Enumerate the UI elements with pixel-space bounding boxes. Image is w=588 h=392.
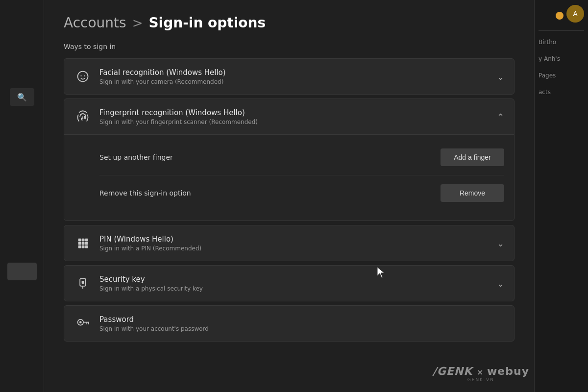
add-finger-label: Set up another finger <box>99 153 173 161</box>
pin-chevron-down-icon: ⌄ <box>497 238 504 248</box>
search-icon: 🔍 <box>17 93 27 102</box>
remove-signin-row: Remove this sign-in option Remove <box>99 175 504 211</box>
security-key-icon <box>74 274 92 292</box>
overlay-birthdate: Birtho <box>539 37 584 48</box>
password-icon <box>74 315 92 332</box>
password-card: Password Sign in with your account's pas… <box>64 305 514 342</box>
fingerprint-chevron-up-icon: ⌃ <box>497 112 504 122</box>
breadcrumb-separator: > <box>132 16 143 30</box>
overlay-contacts: acts <box>539 87 584 98</box>
section-label: Ways to sign in <box>64 43 514 50</box>
svg-rect-3 <box>78 239 81 242</box>
fingerprint-card: Fingerprint recognition (Windows Hello) … <box>64 98 514 221</box>
security-key-subtitle: Sign in with a physical security key <box>99 285 497 292</box>
page-header: Accounts > Sign-in options <box>64 15 514 31</box>
pin-icon <box>74 234 92 252</box>
facial-chevron-down-icon: ⌄ <box>497 72 504 82</box>
settings-sidebar: 🔍 <box>0 0 44 392</box>
svg-rect-7 <box>82 242 85 245</box>
watermark-main: /GENK × webuy <box>433 365 529 377</box>
password-text: Password Sign in with your account's pas… <box>99 315 504 332</box>
security-key-text: Security key Sign in with a physical sec… <box>99 275 497 292</box>
pin-header[interactable]: PIN (Windows Hello) Sign in with a PIN (… <box>64 225 514 261</box>
sidebar-search[interactable]: 🔍 <box>10 88 34 106</box>
pin-title: PIN (Windows Hello) <box>99 235 497 244</box>
fingerprint-subtitle: Sign in with your fingerprint scanner (R… <box>99 119 497 125</box>
svg-point-0 <box>78 72 88 82</box>
password-subtitle: Sign in with your account's password <box>99 325 504 332</box>
sidebar-item <box>7 263 37 280</box>
fingerprint-expanded-body: Set up another finger Add a finger Remov… <box>64 134 514 220</box>
svg-rect-6 <box>78 242 81 245</box>
security-key-chevron-down-icon: ⌄ <box>497 278 504 289</box>
fingerprint-header[interactable]: Fingerprint recognition (Windows Hello) … <box>64 99 514 134</box>
svg-point-1 <box>80 75 81 76</box>
page-title: Sign-in options <box>148 15 266 31</box>
svg-rect-8 <box>85 242 88 245</box>
breadcrumb-accounts[interactable]: Accounts <box>64 15 126 31</box>
fingerprint-title: Fingerprint recognition (Windows Hello) <box>99 108 497 117</box>
svg-rect-10 <box>82 245 85 248</box>
pin-text: PIN (Windows Hello) Sign in with a PIN (… <box>99 235 497 252</box>
face-icon <box>74 68 92 85</box>
fingerprint-text: Fingerprint recognition (Windows Hello) … <box>99 108 497 125</box>
password-header[interactable]: Password Sign in with your account's pas… <box>64 306 514 341</box>
facial-recognition-subtitle: Sign in with your camera (Recommended) <box>99 78 497 85</box>
watermark: /GENK × webuy GENK.VN <box>433 365 529 382</box>
add-finger-button[interactable]: Add a finger <box>441 148 504 166</box>
svg-rect-5 <box>85 239 88 242</box>
facial-recognition-title: Facial recognition (Windows Hello) <box>99 68 497 77</box>
avatar: A <box>566 5 584 23</box>
security-key-title: Security key <box>99 275 497 284</box>
remove-button[interactable]: Remove <box>441 184 504 202</box>
overlay-pages: Pages <box>539 70 584 81</box>
password-title: Password <box>99 315 504 324</box>
add-finger-row: Set up another finger Add a finger <box>99 140 504 175</box>
svg-rect-11 <box>85 245 88 248</box>
right-overlay-panel: A Birtho y Anh's Pages acts <box>534 0 588 392</box>
overlay-name: y Anh's <box>539 53 584 64</box>
fingerprint-icon <box>74 108 92 125</box>
main-content: Accounts > Sign-in options Ways to sign … <box>44 0 534 392</box>
facial-recognition-card: Facial recognition (Windows Hello) Sign … <box>64 58 514 95</box>
facial-recognition-text: Facial recognition (Windows Hello) Sign … <box>99 68 497 85</box>
facial-recognition-header[interactable]: Facial recognition (Windows Hello) Sign … <box>64 59 514 94</box>
svg-rect-4 <box>82 239 85 242</box>
pin-subtitle: Sign in with a PIN (Recommended) <box>99 245 497 252</box>
pin-card: PIN (Windows Hello) Sign in with a PIN (… <box>64 225 514 261</box>
security-key-header[interactable]: Security key Sign in with a physical sec… <box>64 266 514 301</box>
svg-rect-13 <box>82 281 84 284</box>
svg-point-16 <box>79 321 82 323</box>
remove-signin-label: Remove this sign-in option <box>99 189 191 197</box>
watermark-sub: GENK.VN <box>467 377 494 382</box>
svg-point-2 <box>84 75 85 76</box>
notification-dot <box>556 12 564 20</box>
svg-rect-9 <box>78 245 81 248</box>
security-key-card: Security key Sign in with a physical sec… <box>64 265 514 301</box>
